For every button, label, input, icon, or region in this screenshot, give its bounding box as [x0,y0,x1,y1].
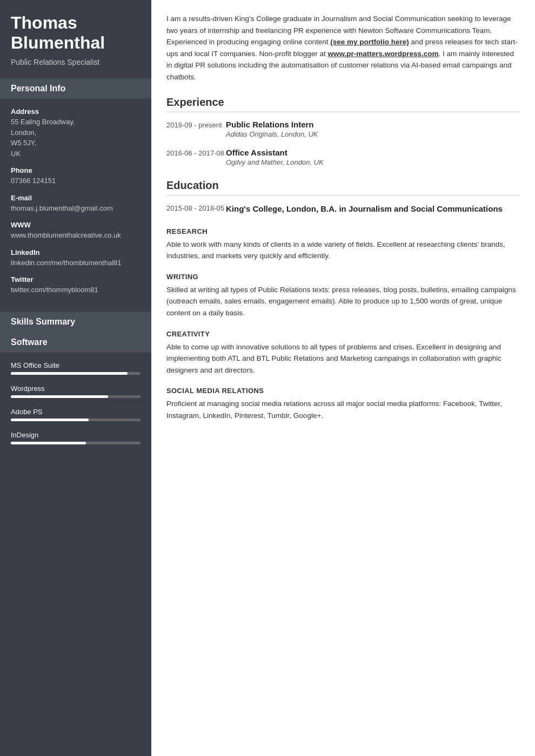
experience-item: 2018-09 - present Public Relations Inter… [166,120,520,138]
phone-item: Phone 07366 124151 [11,166,141,186]
skill-bar-fill [11,442,86,444]
phone-label: Phone [11,166,141,174]
skill-block-title: CREATIVITY [166,330,520,338]
skill-block-desc: Proficient at managing social media rela… [166,398,520,421]
software-content: MS Office Suite Wordpress Adobe PS InDes… [0,353,151,463]
education-item: 2015-08 - 2018-05 King's College, London… [166,203,520,214]
skills-summary-header: Skills Summary [0,312,151,332]
experience-item: 2016-06 - 2017-08 Office Assistant Ogilv… [166,148,520,166]
linkedin-value: linkedin.com/me/thomblumenthal81 [11,258,141,268]
skill-item: Adobe PS [11,408,141,421]
www-value: www.thomblumenthalcreative.co.uk [11,230,141,241]
skill-bar-bg [11,442,141,444]
skill-name: Wordpress [11,384,141,393]
personal-info-content: Address 55 Ealing Broadway,London,W5 5JY… [0,99,151,312]
linkedin-label: LinkedIn [11,248,141,256]
exp-org: Adidas Originals, London, UK [226,130,520,138]
twitter-label: Twitter [11,275,141,284]
experience-section: Experience 2018-09 - present Public Rela… [166,96,520,166]
education-header: Education [166,179,520,195]
skill-bar-bg [11,372,141,375]
exp-details: Public Relations Intern Adidas Originals… [226,120,520,138]
skill-block-title: RESEARCH [166,227,520,235]
candidate-title: Public Relations Specialist [11,57,141,68]
email-item: E-mail thomas.j.blumenthal@gmail.com [11,194,141,214]
twitter-value: twitter.com/thommybloom81 [11,285,141,295]
skill-name: InDesign [11,431,141,439]
candidate-name: Thomas Blumenthal [11,13,141,53]
skill-bar-fill [11,418,89,421]
experience-header: Experience [166,96,520,112]
linkedin-item: LinkedIn linkedin.com/me/thomblumenthal8… [11,248,141,268]
skill-name: Adobe PS [11,408,141,416]
skill-name: MS Office Suite [11,361,141,369]
bio-paragraph: I am a results-driven King's College gra… [166,13,520,83]
skill-block: CREATIVITY Able to come up with innovati… [166,330,520,376]
skill-block: WRITING Skilled at writing all types of … [166,273,520,319]
skill-item: InDesign [11,431,141,444]
email-label: E-mail [11,194,141,202]
skill-item: Wordpress [11,384,141,398]
address-item: Address 55 Ealing Broadway,London,W5 5JY… [11,107,141,159]
software-header: Software [0,332,151,353]
exp-date: 2016-06 - 2017-08 [166,148,226,166]
skill-block-title: WRITING [166,273,520,281]
skill-bar-bg [11,418,141,421]
email-value: thomas.j.blumenthal@gmail.com [11,203,141,214]
skill-bar-bg [11,395,141,398]
skill-item: MS Office Suite [11,361,141,375]
skill-block-title: SOCIAL MEDIA RELATIONS [166,387,520,395]
personal-info-header: Personal Info [0,78,151,99]
skill-bar-fill [11,372,128,375]
skill-block-desc: Able to come up with innovative solution… [166,341,520,376]
skill-block: SOCIAL MEDIA RELATIONS Proficient at man… [166,387,520,421]
www-item: WWW www.thomblumenthalcreative.co.uk [11,221,141,241]
skill-block-desc: Able to work with many kinds of clients … [166,239,520,262]
sidebar-header: Thomas Blumenthal Public Relations Speci… [0,0,151,78]
portfolio-link[interactable]: (see my portfolio here) [330,38,409,46]
sidebar: Thomas Blumenthal Public Relations Speci… [0,0,151,756]
edu-details: King's College, London, B.A. in Journali… [226,203,520,214]
exp-org: Ogilvy and Mather, London, UK [226,158,520,166]
skill-block: RESEARCH Able to work with many kinds of… [166,227,520,262]
exp-title: Office Assistant [226,148,520,157]
exp-title: Public Relations Intern [226,120,520,129]
main-content: I am a results-driven King's College gra… [151,0,535,756]
skill-block-desc: Skilled at writing all types of Public R… [166,284,520,319]
phone-value: 07366 124151 [11,176,141,186]
exp-date: 2018-09 - present [166,120,226,138]
blog-link[interactable]: www.pr-matters.wordpress.com [327,50,438,58]
www-label: WWW [11,221,141,229]
skill-bar-fill [11,395,108,398]
education-section: Education 2015-08 - 2018-05 King's Colle… [166,179,520,214]
twitter-item: Twitter twitter.com/thommybloom81 [11,275,141,295]
edu-title: King's College, London, B.A. in Journali… [226,203,520,214]
skills-section: RESEARCH Able to work with many kinds of… [166,227,520,422]
address-value: 55 Ealing Broadway,London,W5 5JY,UK [11,117,141,159]
address-label: Address [11,107,141,116]
exp-details: Office Assistant Ogilvy and Mather, Lond… [226,148,520,166]
edu-date: 2015-08 - 2018-05 [166,203,226,214]
